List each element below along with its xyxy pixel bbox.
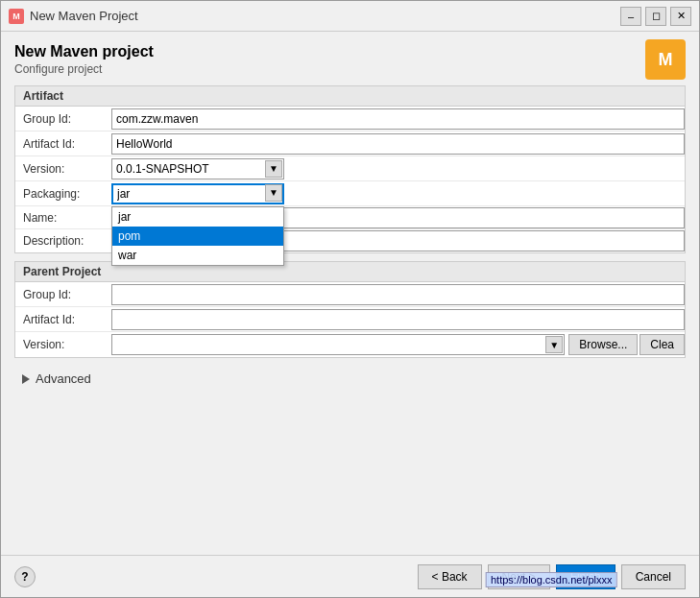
packaging-row: Packaging: ▼ jar pom war <box>15 181 685 206</box>
window-icon: M <box>9 9 24 24</box>
parent-group-id-label: Group Id: <box>15 284 111 305</box>
name-label: Name: <box>15 207 111 228</box>
packaging-option-war[interactable]: war <box>112 246 283 265</box>
packaging-dropdown-list: jar pom war <box>111 206 284 266</box>
dialog-content: New Maven project Configure project M Ar… <box>1 32 699 555</box>
artifact-section: Artifact Group Id: Artifact Id: Version: <box>14 85 686 253</box>
next-button[interactable]: Next > <box>488 564 550 589</box>
advanced-label: Advanced <box>36 371 91 386</box>
close-button[interactable]: ✕ <box>670 7 691 26</box>
dialog-footer: ? < Back Next > Finish Cancel https://bl… <box>1 555 699 597</box>
parent-group-id-row: Group Id: <box>15 282 685 307</box>
packaging-option-pom[interactable]: pom <box>112 227 283 246</box>
main-window: M New Maven Project – ◻ ✕ New Maven proj… <box>0 0 700 598</box>
parent-artifact-id-input[interactable] <box>111 309 685 330</box>
title-bar: M New Maven Project – ◻ ✕ <box>1 1 699 32</box>
parent-version-select-wrapper: ▼ <box>111 334 565 355</box>
footer-right: < Back Next > Finish Cancel https://blog… <box>418 564 686 589</box>
parent-section: Parent Project Group Id: Artifact Id: Ve… <box>14 261 686 358</box>
minimize-button[interactable]: – <box>620 7 641 26</box>
packaging-input-wrapper: ▼ <box>111 183 284 204</box>
advanced-row[interactable]: Advanced <box>14 366 686 392</box>
parent-version-label: Version: <box>15 334 111 355</box>
cancel-button[interactable]: Cancel <box>621 564 686 589</box>
version-select-wrapper: 0.0.1-SNAPSHOT ▼ <box>111 158 284 179</box>
header-text: New Maven project Configure project <box>14 43 154 76</box>
parent-version-select[interactable] <box>111 334 565 355</box>
title-bar-buttons: – ◻ ✕ <box>620 7 691 26</box>
help-button[interactable]: ? <box>14 566 36 587</box>
version-row: Version: 0.0.1-SNAPSHOT ▼ <box>15 156 685 181</box>
parent-artifact-id-label: Artifact Id: <box>15 309 111 330</box>
page-subtitle: Configure project <box>14 62 154 76</box>
advanced-triangle-icon <box>22 374 30 384</box>
artifact-section-header: Artifact <box>15 86 685 107</box>
footer-left: ? <box>14 566 36 587</box>
parent-version-row: Version: ▼ Browse... Clea <box>15 332 685 357</box>
back-button[interactable]: < Back <box>418 564 482 589</box>
description-label: Description: <box>15 230 111 251</box>
finish-button[interactable]: Finish <box>556 564 616 589</box>
packaging-label: Packaging: <box>15 183 111 204</box>
maximize-button[interactable]: ◻ <box>645 7 666 26</box>
browse-button[interactable]: Browse... <box>568 334 638 355</box>
version-select[interactable]: 0.0.1-SNAPSHOT <box>111 158 284 179</box>
window-title: New Maven Project <box>30 9 138 23</box>
packaging-dropdown-arrow[interactable]: ▼ <box>265 184 282 202</box>
artifact-id-input[interactable] <box>111 133 685 155</box>
group-id-row: Group Id: <box>15 107 685 132</box>
maven-logo: M <box>645 39 686 80</box>
parent-group-id-input[interactable] <box>111 284 685 305</box>
packaging-option-jar[interactable]: jar <box>112 207 283 227</box>
parent-artifact-id-row: Artifact Id: <box>15 307 685 332</box>
artifact-id-label: Artifact Id: <box>15 133 111 155</box>
page-header: New Maven project Configure project M <box>14 43 686 80</box>
group-id-label: Group Id: <box>15 108 111 130</box>
main-scroll-area: Artifact Group Id: Artifact Id: Version: <box>14 85 686 555</box>
version-label: Version: <box>15 158 111 179</box>
group-id-input[interactable] <box>111 108 685 130</box>
artifact-id-row: Artifact Id: <box>15 132 685 156</box>
title-bar-left: M New Maven Project <box>9 9 138 24</box>
page-title: New Maven project <box>14 43 154 60</box>
clear-button[interactable]: Clea <box>640 334 685 355</box>
packaging-input[interactable] <box>111 183 284 204</box>
